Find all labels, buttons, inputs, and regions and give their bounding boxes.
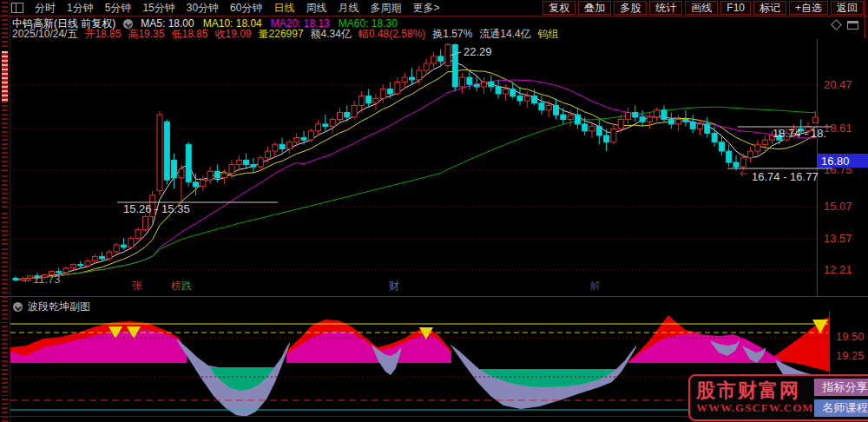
trading-app-window: 分时1分钟5分钟15分钟30分钟60分钟日线周线月线多周期更多> 复权叠加多股统… xyxy=(0,0,868,422)
svg-text:张: 张 xyxy=(132,280,142,292)
rail-tab[interactable] xyxy=(2,248,8,285)
badge-indicator-share: 指标分享 xyxy=(814,379,868,396)
period-tab[interactable]: 15分钟 xyxy=(142,1,174,16)
watermark: 股市财富网 WWW.GSCFW.COM 指标分享 名师课程 xyxy=(688,374,868,421)
badge-teacher-course: 名师课程 xyxy=(814,399,868,417)
period-tab[interactable]: 5分钟 xyxy=(105,1,132,16)
rail-tab[interactable] xyxy=(2,287,8,322)
toolbar-button[interactable]: 画线 xyxy=(685,1,718,15)
toolbar-button[interactable]: +自选 xyxy=(789,1,828,15)
rail-tab[interactable] xyxy=(2,105,8,136)
period-tab[interactable]: 30分钟 xyxy=(187,1,219,16)
svg-text:财: 财 xyxy=(389,280,399,292)
svg-text:19.25: 19.25 xyxy=(836,349,865,362)
panel-divider xyxy=(0,296,868,297)
watermark-site-name: 股市财富网 xyxy=(696,380,814,401)
period-tab[interactable]: 周线 xyxy=(306,1,326,16)
svg-text:16.74 - 16.77: 16.74 - 16.77 xyxy=(752,170,819,183)
svg-text:15.26 - 15.35: 15.26 - 15.35 xyxy=(123,202,190,215)
period-tab[interactable]: 60分钟 xyxy=(230,1,262,16)
watermark-badges: 指标分享 名师课程 xyxy=(814,379,868,417)
rail-tab[interactable] xyxy=(2,213,8,246)
toolbar-button[interactable]: F10 xyxy=(720,1,751,15)
candlestick-chart[interactable]: 20.4718.6116.7515.0713.5712.2116.8022.29… xyxy=(10,38,868,297)
toolbar-divider xyxy=(0,16,868,16)
rail-tab[interactable] xyxy=(2,175,8,210)
period-tab[interactable]: 日线 xyxy=(273,1,294,16)
period-tabs: 分时1分钟5分钟15分钟30分钟60分钟日线周线月线多周期更多> xyxy=(35,1,439,16)
svg-text:解: 解 xyxy=(590,280,601,292)
svg-text:18.61: 18.61 xyxy=(824,122,852,135)
toolbar-button[interactable]: 返回 xyxy=(831,1,864,15)
rail-tab[interactable] xyxy=(2,326,8,362)
window-split-icon[interactable] xyxy=(11,3,23,13)
toolbar: 分时1分钟5分钟15分钟30分钟60分钟日线周线月线多周期更多> 复权叠加多股统… xyxy=(11,0,868,16)
rail-tab[interactable] xyxy=(2,139,8,172)
window-icon[interactable] xyxy=(847,21,858,30)
rail-tab[interactable] xyxy=(2,2,8,49)
period-tab[interactable]: 更多> xyxy=(412,1,439,16)
toolbar-buttons: 复权叠加多股统计画线F10标记+自选返回 xyxy=(542,1,868,15)
period-tab[interactable]: 月线 xyxy=(338,1,358,16)
svg-text:18.74 - 18.: 18.74 - 18. xyxy=(773,127,826,140)
collapse-chevron-icon[interactable] xyxy=(123,19,133,29)
watermark-url: WWW.GSCFW.COM xyxy=(696,401,814,415)
period-tab[interactable]: 分时 xyxy=(35,1,56,16)
svg-text:15.07: 15.07 xyxy=(824,200,852,213)
left-rail[interactable] xyxy=(0,0,10,422)
svg-text:12.21: 12.21 xyxy=(824,263,852,276)
svg-text:16.80: 16.80 xyxy=(821,155,850,168)
svg-text:20.47: 20.47 xyxy=(824,78,852,91)
toolbar-button[interactable]: 统计 xyxy=(649,1,682,15)
svg-text:22.29: 22.29 xyxy=(464,45,492,58)
period-tab[interactable]: 多周期 xyxy=(370,1,401,16)
toolbar-button[interactable]: 叠加 xyxy=(578,1,611,15)
svg-text:榜跌: 榜跌 xyxy=(170,280,192,292)
rail-tab-active[interactable] xyxy=(2,51,8,102)
toolbar-button[interactable]: 多股 xyxy=(614,1,647,15)
rail-tab[interactable] xyxy=(2,399,8,422)
toolbar-button[interactable]: 标记 xyxy=(753,1,786,15)
toolbar-button[interactable]: 复权 xyxy=(542,1,575,15)
watermark-text: 股市财富网 WWW.GSCFW.COM xyxy=(696,380,814,415)
diamond-icon[interactable] xyxy=(831,19,842,30)
svg-text:←11.73: ←11.73 xyxy=(22,273,61,286)
right-edge-line xyxy=(865,0,865,38)
svg-text:13.57: 13.57 xyxy=(824,232,852,245)
period-tab[interactable]: 1分钟 xyxy=(67,1,94,16)
rail-tab[interactable] xyxy=(2,365,8,396)
svg-text:19.50: 19.50 xyxy=(836,330,865,343)
